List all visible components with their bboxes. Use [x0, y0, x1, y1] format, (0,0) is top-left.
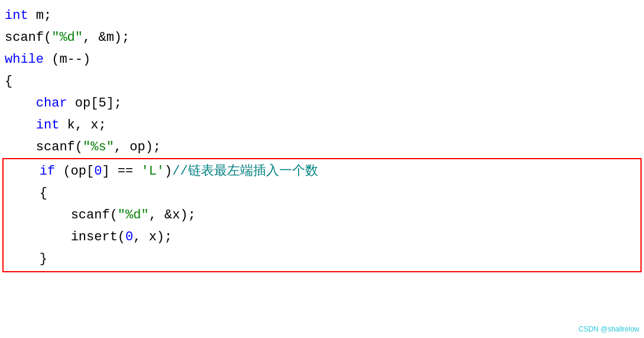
code-text: scanf(	[71, 205, 118, 225]
highlighted-code-block: if (op[0] == 'L')//链表最左端插入一个数 { scanf("%…	[2, 158, 642, 272]
indent	[5, 94, 36, 113]
code-text: (m--)	[44, 50, 90, 69]
indent	[8, 205, 71, 225]
code-text: }	[40, 249, 47, 269]
keyword-while: while	[5, 50, 44, 69]
code-text: , x);	[133, 227, 172, 247]
code-line-1: int m;	[0, 5, 644, 27]
code-line-int-k: int k, x;	[0, 114, 644, 136]
comment-text: //链表最左端插入一个数	[172, 162, 318, 181]
code-text: m;	[28, 6, 52, 25]
code-line-2: scanf("%d", &m);	[0, 27, 644, 49]
code-text: , &m);	[83, 28, 130, 47]
hl-line-insert: insert(0, x);	[4, 226, 640, 248]
indent	[5, 137, 36, 157]
code-text: scanf(	[5, 28, 51, 47]
code-text: {	[5, 72, 12, 91]
indent	[8, 249, 40, 269]
keyword-int: int	[5, 6, 28, 25]
hl-line-scanf-x: scanf("%d", &x);	[4, 204, 640, 226]
indent	[8, 227, 71, 247]
code-editor: int m; scanf("%d", &m); while (m--) { ch…	[0, 0, 644, 338]
keyword-if: if	[40, 162, 55, 181]
string-literal-s: "%s"	[83, 137, 114, 157]
code-text: )	[164, 162, 172, 181]
code-text: scanf(	[36, 137, 83, 157]
hl-line-if: if (op[0] == 'L')//链表最左端插入一个数	[4, 160, 640, 182]
indent	[8, 184, 40, 203]
code-text: , &x);	[149, 205, 196, 225]
indent	[8, 162, 40, 181]
string-literal: "%d"	[51, 28, 83, 47]
code-text: , op);	[114, 137, 161, 157]
hl-line-brace-close: }	[4, 248, 640, 270]
code-text: {	[40, 184, 47, 203]
indent	[5, 115, 36, 135]
code-line-scanf-s: scanf("%s", op);	[0, 136, 644, 158]
code-line-4: {	[0, 70, 644, 92]
code-line-3: while (m--)	[0, 49, 644, 70]
keyword-int2: int	[36, 115, 60, 135]
code-line-char: char op[5];	[0, 92, 644, 114]
number-0: 0	[94, 162, 102, 181]
code-text: insert(	[71, 227, 125, 247]
string-literal-d2: "%d"	[118, 205, 149, 225]
number-zero: 0	[125, 227, 133, 247]
code-text: (op[	[55, 162, 94, 181]
code-text: op[5];	[67, 94, 122, 113]
keyword-char: char	[36, 94, 67, 113]
code-text: ] ==	[102, 162, 141, 181]
char-literal-L: 'L'	[141, 162, 164, 181]
code-text: k, x;	[59, 115, 106, 135]
hl-line-brace-open: {	[4, 182, 640, 204]
watermark: CSDN @shallrelow	[578, 324, 639, 334]
